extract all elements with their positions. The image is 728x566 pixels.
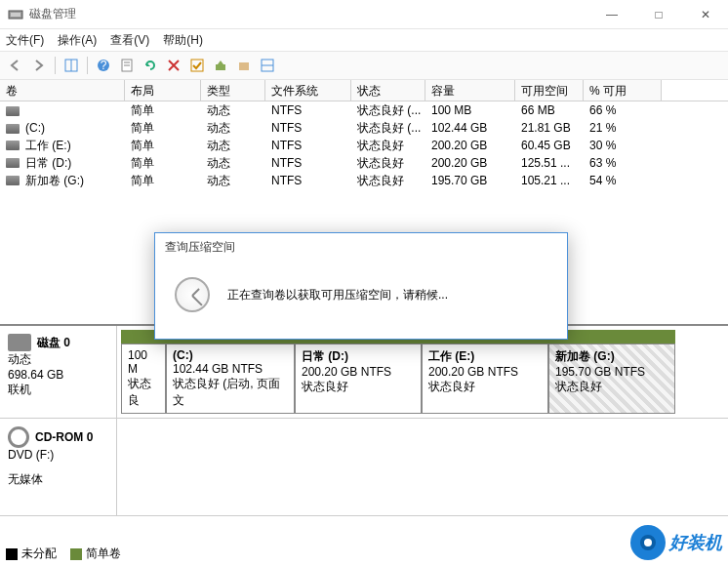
clock-icon xyxy=(175,277,210,312)
cell: NTFS xyxy=(265,173,351,188)
cdrom-line3: 无媒体 xyxy=(8,471,108,488)
cell: 30 % xyxy=(584,138,662,153)
refresh-icon[interactable] xyxy=(141,56,160,75)
minimize-button[interactable]: — xyxy=(597,8,627,21)
cell: 125.51 ... xyxy=(515,155,584,171)
cell: 200.20 GB xyxy=(425,155,515,171)
partition[interactable]: 日常 (D:)200.20 GB NTFS状态良好 xyxy=(295,330,422,414)
forward-button[interactable] xyxy=(29,56,49,75)
dialog-title: 查询压缩空间 xyxy=(155,233,567,262)
cell: NTFS xyxy=(265,120,351,136)
svg-rect-10 xyxy=(216,64,225,70)
cell: 动态 xyxy=(201,137,265,155)
check-icon[interactable] xyxy=(187,56,207,75)
watermark-logo-icon xyxy=(630,525,666,560)
cell: 工作 (E:) xyxy=(0,137,125,155)
column-header[interactable]: 卷 xyxy=(0,80,125,101)
column-header[interactable]: 容量 xyxy=(425,80,515,101)
partition-status: 状态良好 xyxy=(428,379,542,395)
cell: 状态良好 xyxy=(351,137,425,155)
watermark: 好装机 xyxy=(630,525,722,560)
legend-unalloc: 未分配 xyxy=(21,546,57,560)
cell: NTFS xyxy=(265,138,351,153)
table-row[interactable]: 日常 (D:)简单动态NTFS状态良好200.20 GB125.51 ...63… xyxy=(0,154,728,172)
help-icon[interactable]: ? xyxy=(94,56,113,75)
menu-action[interactable]: 操作(A) xyxy=(58,32,97,49)
table-row[interactable]: 新加卷 (G:)简单动态NTFS状态良好195.70 GB105.21 ...5… xyxy=(0,172,728,189)
menu-help[interactable]: 帮助(H) xyxy=(163,32,203,49)
cell: 简单 xyxy=(125,101,201,120)
table-row[interactable]: 工作 (E:)简单动态NTFS状态良好200.20 GB60.45 GB30 % xyxy=(0,137,728,154)
cell: 100 MB xyxy=(425,102,515,118)
title-bar: 磁盘管理 — □ ✕ xyxy=(0,0,728,29)
legend-swatch-unalloc xyxy=(6,548,18,560)
cell: NTFS xyxy=(265,155,351,171)
partition-name: 日常 (D:) xyxy=(302,348,415,365)
dialog-message: 正在查询卷以获取可用压缩空间，请稍候... xyxy=(227,287,448,303)
close-button[interactable]: ✕ xyxy=(691,8,720,21)
app-icon xyxy=(8,7,23,22)
cell: 102.44 GB xyxy=(425,120,515,136)
cell: (C:) xyxy=(0,120,125,136)
cell: 动态 xyxy=(201,119,265,138)
volume-icon xyxy=(6,106,20,116)
menu-view[interactable]: 查看(V) xyxy=(110,32,149,49)
partition[interactable]: (C:)102.44 GB NTFS状态良好 (启动, 页面文 xyxy=(166,330,295,414)
svg-text:?: ? xyxy=(101,59,107,72)
column-header[interactable]: 状态 xyxy=(351,80,425,101)
partition[interactable]: 新加卷 (G:)195.70 GB NTFS状态良好 xyxy=(548,330,675,414)
table-row[interactable]: 简单动态NTFS状态良好 (...100 MB66 MB66 % xyxy=(0,101,728,119)
volume-icon xyxy=(6,158,20,168)
action2-icon[interactable] xyxy=(234,56,254,75)
cell: 日常 (D:) xyxy=(0,154,125,173)
partition[interactable]: 工作 (E:)200.20 GB NTFS状态良好 xyxy=(422,330,548,414)
disk-icon xyxy=(8,334,31,351)
partition-status: 状态良好 xyxy=(555,379,668,395)
cell: NTFS xyxy=(265,102,351,118)
toolbar: ? xyxy=(0,51,728,80)
cdrom-row: CD-ROM 0 DVD (F:) 无媒体 xyxy=(0,419,728,516)
layout-icon[interactable] xyxy=(258,56,277,75)
cell: 状态良好 xyxy=(351,172,425,190)
partition-size: 102.44 GB NTFS xyxy=(173,362,288,376)
cell: 200.20 GB xyxy=(425,138,515,153)
disk-0-size: 698.64 GB xyxy=(8,368,108,382)
back-button[interactable] xyxy=(6,56,25,75)
cell: 简单 xyxy=(125,137,201,155)
partition-size: 195.70 GB NTFS xyxy=(555,365,668,379)
column-header[interactable]: 文件系统 xyxy=(265,80,351,101)
cdrom-icon xyxy=(8,426,29,448)
cell: 105.21 ... xyxy=(515,173,584,188)
svg-rect-9 xyxy=(191,60,203,71)
delete-icon[interactable] xyxy=(164,56,183,75)
column-header[interactable]: % 可用 xyxy=(584,80,662,101)
cell: 63 % xyxy=(584,155,662,171)
partition-size: 200.20 GB NTFS xyxy=(302,365,415,379)
cell: 60.45 GB xyxy=(515,138,584,153)
disk-0-title: 磁盘 0 xyxy=(37,335,70,351)
properties-icon[interactable] xyxy=(117,56,137,75)
cell: 21 % xyxy=(584,120,662,136)
cell: 动态 xyxy=(201,154,265,173)
menu-file[interactable]: 文件(F) xyxy=(6,32,44,49)
action1-icon[interactable] xyxy=(211,56,230,75)
cell: 动态 xyxy=(201,101,265,120)
partition-status: 状态良 xyxy=(128,376,159,409)
partition-size: 200.20 GB NTFS xyxy=(428,365,542,379)
column-header[interactable]: 布局 xyxy=(125,80,201,101)
menu-bar: 文件(F) 操作(A) 查看(V) 帮助(H) xyxy=(0,29,728,51)
svg-rect-1 xyxy=(11,13,20,17)
panel-icon[interactable] xyxy=(61,56,81,75)
column-header[interactable]: 可用空间 xyxy=(515,80,584,101)
legend-swatch-simple xyxy=(70,548,82,560)
window-title: 磁盘管理 xyxy=(29,6,597,22)
column-header[interactable]: 类型 xyxy=(201,80,265,101)
cell: 新加卷 (G:) xyxy=(0,172,125,190)
partition[interactable]: 100 M状态良 xyxy=(121,330,166,414)
table-row[interactable]: (C:)简单动态NTFS状态良好 (...102.44 GB21.81 GB21… xyxy=(0,119,728,137)
disk-0-type: 动态 xyxy=(8,351,108,368)
cell: 66 MB xyxy=(515,102,584,118)
legend-simple: 简单卷 xyxy=(86,546,121,560)
cell: 简单 xyxy=(125,172,201,190)
maximize-button[interactable]: □ xyxy=(644,8,673,21)
